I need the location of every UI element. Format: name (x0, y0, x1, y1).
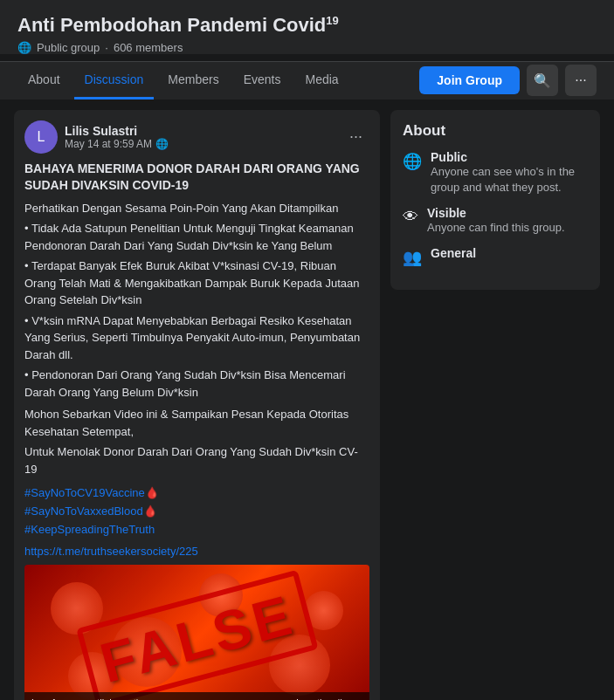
post-title: BAHAYA MENERIMA DONOR DARAH DARI ORANG Y… (24, 161, 369, 195)
about-title: About (403, 122, 588, 140)
about-item-general: 👥 General (403, 246, 588, 267)
post-header: L Lilis Sulastri May 14 at 9:59 AM 🌐 ··· (24, 120, 369, 154)
general-icon: 👥 (403, 248, 422, 267)
post-author-row: L Lilis Sulastri May 14 at 9:59 AM 🌐 (24, 120, 169, 154)
join-group-button[interactable]: Join Group (419, 66, 520, 94)
member-count: 606 members (114, 41, 183, 54)
post-link[interactable]: https://t.me/truthseekersociety/225 (24, 545, 369, 558)
about-label-public: Public (431, 150, 588, 164)
post-card: L Lilis Sulastri May 14 at 9:59 AM 🌐 ···… (14, 110, 380, 700)
avatar: L (24, 120, 58, 154)
author-name: Lilis Sulastri (65, 124, 169, 138)
tab-members[interactable]: Members (157, 62, 229, 100)
about-label-general: General (431, 246, 476, 260)
about-card: About 🌐 Public Anyone can see who's in t… (390, 110, 600, 291)
about-item-visible: 👁 Visible Anyone can find this group. (403, 206, 588, 236)
more-icon: ··· (575, 72, 586, 88)
search-button[interactable]: 🔍 (527, 65, 558, 96)
about-label-visible: Visible (427, 206, 565, 220)
nav-bar: About Discussion Members Events Media Jo… (0, 61, 614, 100)
hashtag-3[interactable]: #KeepSpreadingTheTruth (24, 521, 369, 539)
main-content: L Lilis Sulastri May 14 at 9:59 AM 🌐 ···… (0, 100, 614, 700)
tab-events[interactable]: Events (233, 62, 292, 100)
tab-about[interactable]: About (17, 62, 71, 100)
globe-icon: 🌐 (17, 41, 31, 54)
visible-icon: 👁 (403, 208, 418, 226)
group-header: Anti Pembodohan Pandemi Covid19 🌐 Public… (0, 0, 614, 54)
nav-tabs: About Discussion Members Events Media (17, 62, 419, 100)
about-item-public: 🌐 Public Anyone can see who's in the gro… (403, 150, 588, 196)
post-time: May 14 at 9:59 AM 🌐 (65, 138, 169, 150)
search-icon: 🔍 (534, 72, 551, 89)
tab-discussion[interactable]: Discussion (74, 62, 155, 100)
post-body: Perhatikan Dengan Sesama Poin-Poin Yang … (24, 200, 369, 478)
group-title: Anti Pembodohan Pandemi Covid19 (17, 14, 597, 38)
group-meta: 🌐 Public group · 606 members (17, 41, 597, 54)
tab-media[interactable]: Media (294, 62, 348, 100)
more-button[interactable]: ··· (565, 65, 597, 96)
group-type: Public group (37, 41, 100, 54)
hashtag-1[interactable]: #SayNoToCV19Vaccine🩸 (24, 484, 369, 503)
video-thumbnail[interactable]: FALSE Lansfus... angatllah penting yelam… (24, 565, 369, 700)
nav-actions: Join Group 🔍 ··· (419, 65, 597, 96)
hashtag-2[interactable]: #SayNoToVaxxedBlood🩸 (24, 503, 369, 521)
privacy-icon: 🌐 (155, 138, 169, 150)
public-icon: 🌐 (403, 152, 422, 171)
video-caption: Lansfus... angatllah penting yelamatkan … (24, 692, 369, 700)
sidebar: About 🌐 Public Anyone can see who's in t… (390, 110, 600, 700)
hashtags: #SayNoToCV19Vaccine🩸 #SayNoToVaxxedBlood… (24, 484, 369, 539)
about-desc-public: Anyone can see who's in the group and wh… (431, 164, 588, 196)
about-desc-visible: Anyone can find this group. (427, 220, 565, 236)
post-more-button[interactable]: ··· (342, 124, 369, 149)
